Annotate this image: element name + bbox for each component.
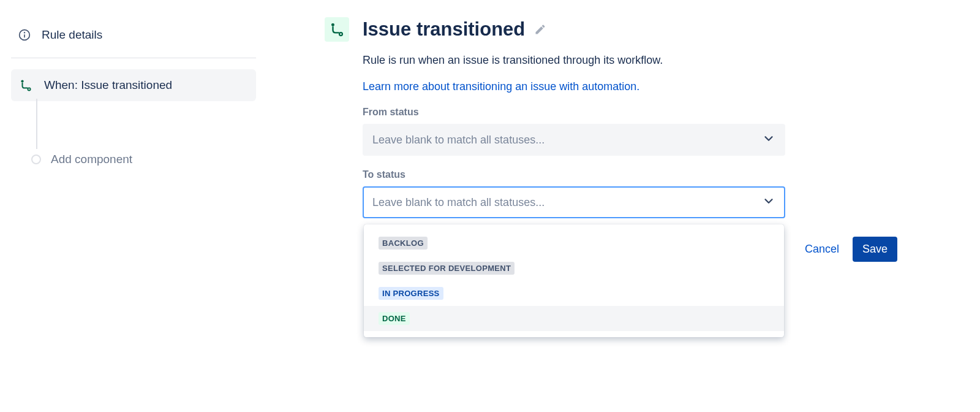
- page-title: Issue transitioned: [363, 18, 546, 40]
- svg-point-5: [331, 23, 334, 26]
- save-button[interactable]: Save: [853, 237, 897, 262]
- description-text: Rule is run when an issue is transitione…: [363, 53, 980, 68]
- workflow-icon: [18, 78, 33, 93]
- svg-point-4: [28, 88, 30, 90]
- edit-icon[interactable]: [534, 23, 546, 36]
- dropdown-option[interactable]: DONE: [364, 306, 784, 331]
- to-status-select[interactable]: Leave blank to match all statuses... BAC…: [363, 186, 785, 218]
- status-lozenge: SELECTED FOR DEVELOPMENT: [379, 262, 514, 275]
- sidebar: Rule details When: Issue transitioned Ad…: [11, 16, 256, 218]
- from-status-label: From status: [363, 107, 980, 118]
- circle-icon: [31, 154, 41, 164]
- sidebar-item-label: When: Issue transitioned: [44, 78, 172, 92]
- chevron-down-icon: [762, 132, 775, 148]
- status-lozenge: IN PROGRESS: [379, 287, 443, 300]
- add-component-label: Add component: [51, 153, 132, 166]
- to-status-label: To status: [363, 169, 980, 180]
- dropdown-option[interactable]: BACKLOG: [364, 231, 784, 256]
- rule-details-row[interactable]: Rule details: [11, 16, 256, 58]
- svg-point-6: [339, 32, 342, 36]
- from-status-select[interactable]: Leave blank to match all statuses...: [363, 124, 785, 156]
- button-row: Cancel Save: [802, 237, 897, 262]
- from-status-placeholder: Leave blank to match all statuses...: [372, 134, 762, 147]
- rule-details-label: Rule details: [42, 28, 102, 42]
- add-component-row[interactable]: Add component: [31, 153, 256, 166]
- svg-point-2: [24, 32, 25, 33]
- chevron-down-icon: [762, 194, 775, 210]
- learn-more-link[interactable]: Learn more about transitioning an issue …: [363, 80, 639, 93]
- svg-point-3: [21, 80, 23, 82]
- status-lozenge: DONE: [379, 312, 410, 325]
- dropdown-option[interactable]: IN PROGRESS: [364, 281, 784, 306]
- info-icon: [18, 29, 31, 41]
- page-title-text: Issue transitioned: [363, 18, 525, 40]
- status-lozenge: BACKLOG: [379, 237, 428, 250]
- cancel-button[interactable]: Cancel: [802, 238, 842, 261]
- dropdown-option[interactable]: SELECTED FOR DEVELOPMENT: [364, 256, 784, 281]
- main-content: Issue transitioned Rule is run when an i…: [256, 16, 980, 218]
- content-body: Rule is run when an issue is transitione…: [325, 42, 980, 218]
- sidebar-item-trigger[interactable]: When: Issue transitioned: [11, 69, 256, 101]
- header-row: Issue transitioned: [325, 17, 980, 42]
- workflow-icon: [325, 17, 349, 42]
- to-status-dropdown: BACKLOGSELECTED FOR DEVELOPMENTIN PROGRE…: [364, 224, 784, 337]
- timeline: Add component: [37, 101, 256, 166]
- to-status-placeholder: Leave blank to match all statuses...: [372, 196, 762, 209]
